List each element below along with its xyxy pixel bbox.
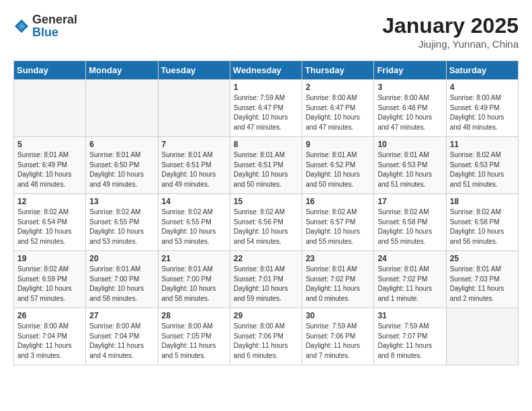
logo-text-general: General bbox=[32, 13, 77, 26]
cal-cell bbox=[446, 308, 518, 365]
cal-cell: 18Sunrise: 8:02 AM Sunset: 6:58 PM Dayli… bbox=[446, 194, 518, 251]
cal-cell bbox=[158, 80, 230, 137]
day-info: Sunrise: 8:00 AM Sunset: 6:47 PM Dayligh… bbox=[306, 93, 370, 132]
day-info: Sunrise: 8:01 AM Sunset: 6:51 PM Dayligh… bbox=[234, 150, 298, 189]
cal-cell: 24Sunrise: 8:01 AM Sunset: 7:02 PM Dayli… bbox=[374, 251, 446, 308]
day-info: Sunrise: 8:00 AM Sunset: 7:06 PM Dayligh… bbox=[234, 322, 298, 361]
week-row-0: 1Sunrise: 7:59 AM Sunset: 6:47 PM Daylig… bbox=[14, 80, 519, 137]
cal-cell: 3Sunrise: 8:00 AM Sunset: 6:48 PM Daylig… bbox=[374, 80, 446, 137]
day-info: Sunrise: 8:01 AM Sunset: 6:50 PM Dayligh… bbox=[89, 150, 154, 189]
cal-cell: 1Sunrise: 7:59 AM Sunset: 6:47 PM Daylig… bbox=[230, 80, 302, 137]
cal-cell: 15Sunrise: 8:02 AM Sunset: 6:56 PM Dayli… bbox=[230, 194, 302, 251]
day-number: 21 bbox=[162, 254, 226, 263]
cal-cell: 8Sunrise: 8:01 AM Sunset: 6:51 PM Daylig… bbox=[230, 137, 302, 194]
day-number: 9 bbox=[306, 140, 370, 149]
cal-cell: 19Sunrise: 8:02 AM Sunset: 6:59 PM Dayli… bbox=[14, 251, 86, 308]
day-info: Sunrise: 8:01 AM Sunset: 7:01 PM Dayligh… bbox=[234, 265, 298, 304]
cal-cell: 14Sunrise: 8:02 AM Sunset: 6:55 PM Dayli… bbox=[158, 194, 230, 251]
day-info: Sunrise: 7:59 AM Sunset: 7:07 PM Dayligh… bbox=[378, 322, 442, 361]
week-row-4: 26Sunrise: 8:00 AM Sunset: 7:04 PM Dayli… bbox=[14, 308, 519, 365]
day-info: Sunrise: 7:59 AM Sunset: 7:06 PM Dayligh… bbox=[306, 322, 370, 361]
day-number: 24 bbox=[378, 254, 442, 263]
cal-cell: 12Sunrise: 8:02 AM Sunset: 6:54 PM Dayli… bbox=[14, 194, 86, 251]
day-number: 16 bbox=[306, 197, 370, 206]
cal-cell bbox=[86, 80, 158, 137]
day-number: 1 bbox=[234, 83, 298, 92]
calendar-table: SundayMondayTuesdayWednesdayThursdayFrid… bbox=[13, 60, 519, 365]
page-header: General Blue January 2025 Jiujing, Yunna… bbox=[13, 13, 519, 50]
cal-cell: 29Sunrise: 8:00 AM Sunset: 7:06 PM Dayli… bbox=[230, 308, 302, 365]
cal-cell: 7Sunrise: 8:01 AM Sunset: 6:51 PM Daylig… bbox=[158, 137, 230, 194]
cal-cell: 4Sunrise: 8:00 AM Sunset: 6:49 PM Daylig… bbox=[446, 80, 518, 137]
cal-cell: 21Sunrise: 8:01 AM Sunset: 7:00 PM Dayli… bbox=[158, 251, 230, 308]
cal-cell: 23Sunrise: 8:01 AM Sunset: 7:02 PM Dayli… bbox=[302, 251, 374, 308]
weekday-header-monday: Monday bbox=[86, 61, 158, 80]
day-info: Sunrise: 7:59 AM Sunset: 6:47 PM Dayligh… bbox=[234, 93, 298, 132]
day-number: 6 bbox=[89, 140, 154, 149]
weekday-header-saturday: Saturday bbox=[446, 61, 518, 80]
day-info: Sunrise: 8:01 AM Sunset: 7:02 PM Dayligh… bbox=[306, 265, 370, 304]
cal-cell: 16Sunrise: 8:02 AM Sunset: 6:57 PM Dayli… bbox=[302, 194, 374, 251]
day-number: 11 bbox=[450, 140, 515, 149]
day-info: Sunrise: 8:02 AM Sunset: 6:55 PM Dayligh… bbox=[89, 208, 154, 246]
cal-cell: 6Sunrise: 8:01 AM Sunset: 6:50 PM Daylig… bbox=[86, 137, 158, 194]
day-info: Sunrise: 8:01 AM Sunset: 6:52 PM Dayligh… bbox=[306, 150, 370, 189]
cal-cell: 25Sunrise: 8:01 AM Sunset: 7:03 PM Dayli… bbox=[446, 251, 518, 308]
calendar-title: January 2025 bbox=[382, 13, 519, 38]
day-info: Sunrise: 8:01 AM Sunset: 7:00 PM Dayligh… bbox=[89, 265, 154, 304]
day-info: Sunrise: 8:02 AM Sunset: 6:57 PM Dayligh… bbox=[306, 208, 370, 246]
day-number: 19 bbox=[17, 254, 82, 263]
day-number: 15 bbox=[234, 197, 298, 206]
day-info: Sunrise: 8:01 AM Sunset: 7:03 PM Dayligh… bbox=[450, 265, 515, 304]
day-number: 4 bbox=[450, 83, 515, 92]
weekday-header-thursday: Thursday bbox=[302, 61, 374, 80]
day-info: Sunrise: 8:02 AM Sunset: 6:55 PM Dayligh… bbox=[162, 208, 226, 246]
title-section: January 2025 Jiujing, Yunnan, China bbox=[382, 13, 519, 50]
day-number: 13 bbox=[89, 197, 154, 206]
day-info: Sunrise: 8:01 AM Sunset: 7:02 PM Dayligh… bbox=[378, 265, 442, 304]
day-number: 2 bbox=[306, 83, 370, 92]
day-number: 20 bbox=[89, 254, 154, 263]
weekday-header-tuesday: Tuesday bbox=[158, 61, 230, 80]
cal-cell: 30Sunrise: 7:59 AM Sunset: 7:06 PM Dayli… bbox=[302, 308, 374, 365]
week-row-1: 5Sunrise: 8:01 AM Sunset: 6:49 PM Daylig… bbox=[14, 137, 519, 194]
logo-text-blue: Blue bbox=[32, 26, 58, 39]
cal-cell: 20Sunrise: 8:01 AM Sunset: 7:00 PM Dayli… bbox=[86, 251, 158, 308]
weekday-header-row: SundayMondayTuesdayWednesdayThursdayFrid… bbox=[14, 61, 519, 80]
day-info: Sunrise: 8:02 AM Sunset: 6:59 PM Dayligh… bbox=[17, 265, 82, 304]
day-number: 10 bbox=[378, 140, 442, 149]
day-info: Sunrise: 8:00 AM Sunset: 6:48 PM Dayligh… bbox=[378, 93, 442, 132]
logo-icon bbox=[13, 18, 30, 34]
day-info: Sunrise: 8:00 AM Sunset: 7:04 PM Dayligh… bbox=[17, 322, 82, 361]
day-info: Sunrise: 8:01 AM Sunset: 7:00 PM Dayligh… bbox=[162, 265, 226, 304]
day-info: Sunrise: 8:02 AM Sunset: 6:53 PM Dayligh… bbox=[450, 150, 515, 189]
cal-cell: 31Sunrise: 7:59 AM Sunset: 7:07 PM Dayli… bbox=[374, 308, 446, 365]
cal-cell: 10Sunrise: 8:01 AM Sunset: 6:53 PM Dayli… bbox=[374, 137, 446, 194]
day-number: 28 bbox=[162, 311, 226, 320]
day-info: Sunrise: 8:01 AM Sunset: 6:53 PM Dayligh… bbox=[378, 150, 442, 189]
day-number: 23 bbox=[306, 254, 370, 263]
day-number: 5 bbox=[17, 140, 82, 149]
day-number: 31 bbox=[378, 311, 442, 320]
cal-cell: 27Sunrise: 8:00 AM Sunset: 7:04 PM Dayli… bbox=[86, 308, 158, 365]
day-info: Sunrise: 8:00 AM Sunset: 6:49 PM Dayligh… bbox=[450, 93, 515, 132]
cal-cell: 22Sunrise: 8:01 AM Sunset: 7:01 PM Dayli… bbox=[230, 251, 302, 308]
weekday-header-wednesday: Wednesday bbox=[230, 61, 302, 80]
cal-cell: 26Sunrise: 8:00 AM Sunset: 7:04 PM Dayli… bbox=[14, 308, 86, 365]
day-info: Sunrise: 8:02 AM Sunset: 6:54 PM Dayligh… bbox=[17, 208, 82, 246]
day-number: 3 bbox=[378, 83, 442, 92]
weekday-header-sunday: Sunday bbox=[14, 61, 86, 80]
cal-cell: 2Sunrise: 8:00 AM Sunset: 6:47 PM Daylig… bbox=[302, 80, 374, 137]
day-number: 25 bbox=[450, 254, 515, 263]
cal-cell: 11Sunrise: 8:02 AM Sunset: 6:53 PM Dayli… bbox=[446, 137, 518, 194]
day-info: Sunrise: 8:02 AM Sunset: 6:58 PM Dayligh… bbox=[378, 208, 442, 246]
cal-cell bbox=[14, 80, 86, 137]
calendar-subtitle: Jiujing, Yunnan, China bbox=[382, 38, 519, 50]
day-number: 7 bbox=[162, 140, 226, 149]
cal-cell: 9Sunrise: 8:01 AM Sunset: 6:52 PM Daylig… bbox=[302, 137, 374, 194]
day-number: 27 bbox=[89, 311, 154, 320]
day-number: 29 bbox=[234, 311, 298, 320]
week-row-3: 19Sunrise: 8:02 AM Sunset: 6:59 PM Dayli… bbox=[14, 251, 519, 308]
week-row-2: 12Sunrise: 8:02 AM Sunset: 6:54 PM Dayli… bbox=[14, 194, 519, 251]
day-number: 12 bbox=[17, 197, 82, 206]
